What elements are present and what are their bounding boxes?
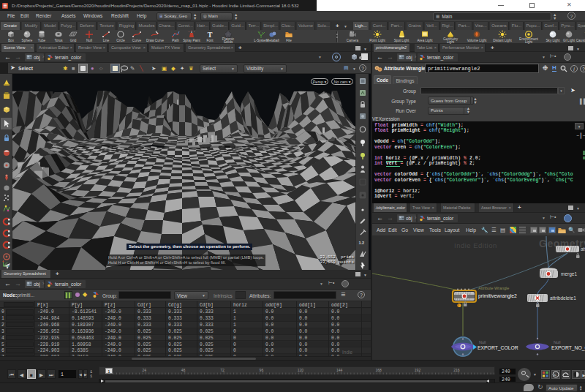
svg-text:168: 168 [375,368,382,372]
svg-text:120: 120 [298,368,304,372]
svg-text:Attribute Wrangle: Attribute Wrangle [478,286,509,290]
svg-text:96: 96 [260,368,264,372]
svg-text:Null: Null [554,340,560,344]
svg-text:c: c [554,372,556,377]
svg-text:primitivewrangle2: primitivewrangle2 [478,293,517,299]
svg-text:merge1: merge1 [561,271,577,277]
svg-text:EXPORT_COLOR: EXPORT_COLOR [478,345,518,351]
svg-text:attribdelete1: attribdelete1 [550,295,576,301]
svg-text:24: 24 [142,368,146,372]
svg-text:att: att [581,246,585,252]
svg-text:48: 48 [181,368,186,372]
svg-text:144: 144 [336,368,343,372]
svg-text:72: 72 [220,368,224,372]
svg-text:EXPORT_NO_COLO: EXPORT_NO_COLO [551,345,585,351]
svg-text:216: 216 [453,368,460,372]
svg-text:T: T [208,31,213,39]
svg-text:Null: Null [479,340,486,344]
svg-text:192: 192 [415,368,421,372]
